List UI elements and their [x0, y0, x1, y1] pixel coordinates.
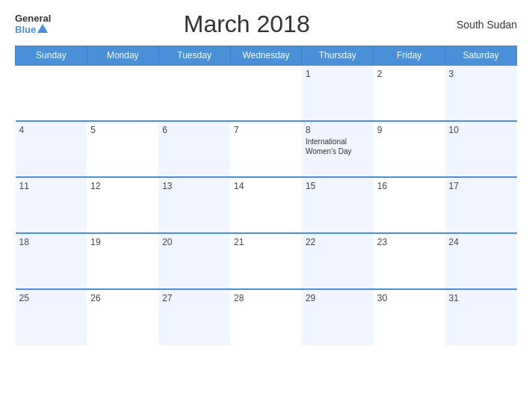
calendar-cell: 19 — [87, 233, 158, 289]
day-number: 30 — [377, 293, 442, 303]
calendar-cell: 3 — [445, 65, 517, 121]
calendar-cell: 28 — [230, 289, 302, 345]
calendar-cell: 1 — [302, 65, 374, 121]
day-number: 4 — [19, 125, 84, 135]
calendar-cell: 29 — [302, 289, 374, 345]
logo-general-text: General — [15, 13, 51, 24]
calendar-cell: 16 — [374, 177, 445, 233]
calendar-cell: 26 — [87, 289, 158, 345]
calendar-header-row: SundayMondayTuesdayWednesdayThursdayFrid… — [16, 46, 517, 66]
day-number: 2 — [377, 69, 442, 79]
day-number: 31 — [449, 293, 513, 303]
calendar-cell: 15 — [302, 177, 374, 233]
calendar-cell: 21 — [230, 233, 302, 289]
day-number: 16 — [377, 181, 442, 191]
calendar-cell: 27 — [158, 289, 230, 345]
calendar-cell: 7 — [230, 121, 302, 177]
calendar-cell — [16, 65, 87, 121]
day-number: 12 — [90, 181, 155, 191]
day-number: 25 — [19, 293, 84, 303]
calendar-cell: 10 — [445, 121, 517, 177]
calendar-cell — [230, 65, 302, 121]
calendar-cell — [87, 65, 158, 121]
day-number: 22 — [306, 237, 370, 247]
day-number: 24 — [449, 237, 513, 247]
weekday-header: Monday — [87, 46, 158, 66]
day-number: 17 — [449, 181, 513, 191]
calendar-week-row: 25262728293031 — [16, 289, 517, 345]
weekday-header: Friday — [374, 46, 445, 66]
day-number: 27 — [162, 293, 226, 303]
calendar-cell: 25 — [16, 289, 87, 345]
calendar-week-row: 123 — [16, 65, 517, 121]
calendar-cell: 18 — [16, 233, 87, 289]
weekday-header: Wednesday — [230, 46, 302, 66]
day-number: 23 — [377, 237, 442, 247]
event-label: International Women's Day — [306, 137, 370, 156]
calendar-cell: 8International Women's Day — [302, 121, 374, 177]
calendar-week-row: 11121314151617 — [16, 177, 517, 233]
day-number: 5 — [90, 125, 155, 135]
calendar-week-row: 18192021222324 — [16, 233, 517, 289]
calendar-cell — [158, 65, 230, 121]
day-number: 19 — [90, 237, 155, 247]
weekday-header: Sunday — [16, 46, 87, 66]
logo: General Blue — [15, 13, 51, 35]
calendar-cell: 5 — [87, 121, 158, 177]
logo-blue-text: Blue — [15, 25, 36, 35]
calendar-cell: 14 — [230, 177, 302, 233]
day-number: 26 — [90, 293, 155, 303]
calendar-cell: 4 — [16, 121, 87, 177]
day-number: 7 — [234, 125, 298, 135]
day-number: 13 — [162, 181, 226, 191]
calendar-cell: 2 — [374, 65, 445, 121]
calendar-cell: 23 — [374, 233, 445, 289]
calendar-cell: 12 — [87, 177, 158, 233]
calendar-cell: 31 — [445, 289, 517, 345]
day-number: 29 — [306, 293, 370, 303]
calendar-cell: 11 — [16, 177, 87, 233]
calendar-table: SundayMondayTuesdayWednesdayThursdayFrid… — [15, 46, 517, 345]
day-number: 8 — [306, 125, 370, 135]
weekday-header: Saturday — [445, 46, 517, 66]
country-label: South Sudan — [442, 19, 517, 31]
day-number: 9 — [377, 125, 442, 135]
calendar-cell: 22 — [302, 233, 374, 289]
calendar-week-row: 45678International Women's Day910 — [16, 121, 517, 177]
logo-triangle-icon — [37, 24, 48, 33]
day-number: 15 — [306, 181, 370, 191]
calendar-cell: 9 — [374, 121, 445, 177]
calendar-cell: 24 — [445, 233, 517, 289]
calendar-header: General Blue March 2018 South Sudan — [15, 7, 517, 41]
calendar-cell: 17 — [445, 177, 517, 233]
calendar-cell: 13 — [158, 177, 230, 233]
day-number: 21 — [234, 237, 298, 247]
day-number: 11 — [19, 181, 84, 191]
day-number: 20 — [162, 237, 226, 247]
calendar-cell: 6 — [158, 121, 230, 177]
day-number: 1 — [306, 69, 370, 79]
day-number: 28 — [234, 293, 298, 303]
month-title: March 2018 — [51, 10, 442, 38]
day-number: 6 — [162, 125, 226, 135]
day-number: 10 — [449, 125, 513, 135]
calendar-cell: 20 — [158, 233, 230, 289]
weekday-header: Thursday — [302, 46, 374, 66]
day-number: 14 — [234, 181, 298, 191]
day-number: 18 — [19, 237, 84, 247]
day-number: 3 — [449, 69, 513, 79]
weekday-header: Tuesday — [158, 46, 230, 66]
calendar-cell: 30 — [374, 289, 445, 345]
